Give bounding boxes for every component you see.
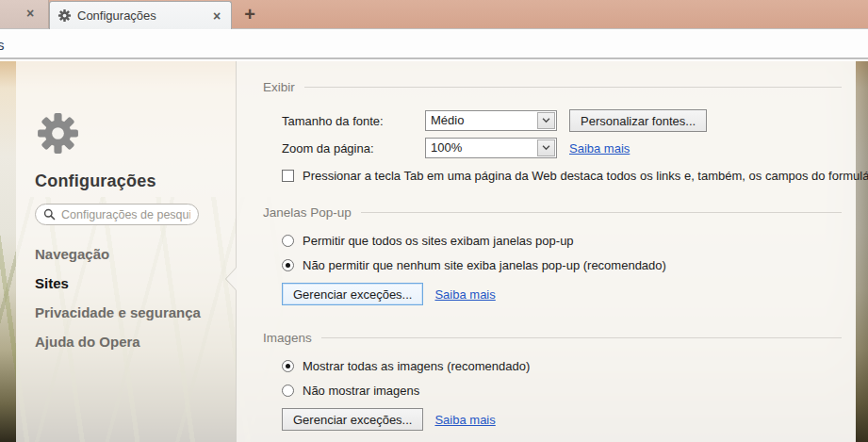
images-show-label: Mostrar todas as imagens (recomendado) xyxy=(303,359,530,373)
browser-window: × xyxy=(0,0,868,442)
gear-icon xyxy=(57,8,72,23)
chevron-down-icon[interactable] xyxy=(537,112,555,129)
tab-highlight-label: Pressionar a tecla Tab em uma página da … xyxy=(303,169,868,183)
sidebar-item-privacidade[interactable]: Privacidade e segurança xyxy=(35,304,236,320)
page-title: Configurações xyxy=(35,172,236,191)
sidebar-item-ajuda[interactable]: Ajuda do Opera xyxy=(35,334,236,350)
page-zoom-select[interactable]: 100% xyxy=(425,138,557,158)
customize-fonts-button[interactable]: Personalizar fontes... xyxy=(569,109,707,132)
settings-gear-icon xyxy=(35,110,236,156)
settings-page: Configurações Navegação Sites Privacidad… xyxy=(0,61,868,442)
settings-sidebar: Configurações Navegação Sites Privacidad… xyxy=(16,61,236,442)
section-title: Janelas Pop-up xyxy=(263,205,352,220)
settings-search[interactable] xyxy=(35,204,199,225)
font-size-row: Tamanho da fonte: Médio Personalizar fon… xyxy=(282,109,842,132)
section-title: Exibir xyxy=(263,80,295,94)
images-learn-more-link[interactable]: Saiba mais xyxy=(434,413,495,427)
tab-highlight-checkbox[interactable] xyxy=(282,170,294,182)
tab-highlight-option[interactable]: Pressionar a tecla Tab em uma página da … xyxy=(282,169,842,183)
new-tab-button[interactable]: + xyxy=(237,0,262,28)
page-zoom-row: Zoom da página: 100% Saiba mais xyxy=(282,137,842,159)
section-rule xyxy=(304,87,842,88)
section-rule xyxy=(361,212,842,213)
tab-inactive-partial[interactable]: × xyxy=(0,0,49,28)
section-exibir-header: Exibir xyxy=(263,80,842,94)
popup-block-option[interactable]: Não permitir que nenhum site exiba janel… xyxy=(282,258,842,272)
browser-toolbar: s xyxy=(0,30,868,59)
popup-allow-label: Permitir que todos os sites exibam janel… xyxy=(303,234,574,248)
section-popups-header: Janelas Pop-up xyxy=(263,205,842,220)
popup-block-label: Não permitir que nenhum site exiba janel… xyxy=(303,258,666,272)
tab-bar: × xyxy=(0,0,868,29)
tab-close-icon[interactable]: × xyxy=(210,9,223,23)
images-manage-exceptions-button[interactable]: Gerenciar exceções... xyxy=(282,408,423,431)
sidebar-item-navegacao[interactable]: Navegação xyxy=(35,246,236,262)
sidebar-item-sites[interactable]: Sites xyxy=(35,275,236,291)
search-input[interactable] xyxy=(61,208,190,221)
popup-allow-option[interactable]: Permitir que todos os sites exibam janel… xyxy=(282,234,842,248)
images-show-radio[interactable] xyxy=(282,360,294,372)
chevron-down-icon[interactable] xyxy=(537,139,555,156)
popup-learn-more-link[interactable]: Saiba mais xyxy=(434,287,495,302)
tab-settings[interactable]: Configurações × xyxy=(49,1,232,29)
popup-allow-radio[interactable] xyxy=(282,235,294,247)
font-size-select[interactable]: Médio xyxy=(425,110,557,131)
popup-block-radio[interactable] xyxy=(282,259,294,271)
tab-close-icon[interactable]: × xyxy=(24,7,37,20)
images-hide-option[interactable]: Não mostrar imagens xyxy=(282,384,842,398)
page-zoom-label: Zoom da página: xyxy=(282,141,425,156)
zoom-learn-more-link[interactable]: Saiba mais xyxy=(569,141,630,156)
images-show-option[interactable]: Mostrar todas as imagens (recomendado) xyxy=(282,359,842,373)
section-images-header: Imagens xyxy=(263,331,842,345)
font-size-label: Tamanho da fonte: xyxy=(282,114,425,128)
section-rule xyxy=(321,337,842,338)
clipped-toolbar-text: s xyxy=(0,37,5,53)
section-title: Imagens xyxy=(263,331,312,345)
sidebar-nav: Navegação Sites Privacidade e segurança … xyxy=(35,246,236,350)
popup-manage-exceptions-button[interactable]: Gerenciar exceções... xyxy=(282,283,423,305)
images-hide-label: Não mostrar imagens xyxy=(303,384,419,398)
images-hide-radio[interactable] xyxy=(282,385,294,397)
font-size-value: Médio xyxy=(426,111,536,130)
selected-item-notch xyxy=(226,268,237,290)
page-zoom-value: 100% xyxy=(426,139,536,157)
tab-title: Configurações xyxy=(77,8,210,23)
settings-panel: Exibir Tamanho da fonte: Médio Personali xyxy=(236,61,856,442)
search-icon xyxy=(43,208,56,221)
